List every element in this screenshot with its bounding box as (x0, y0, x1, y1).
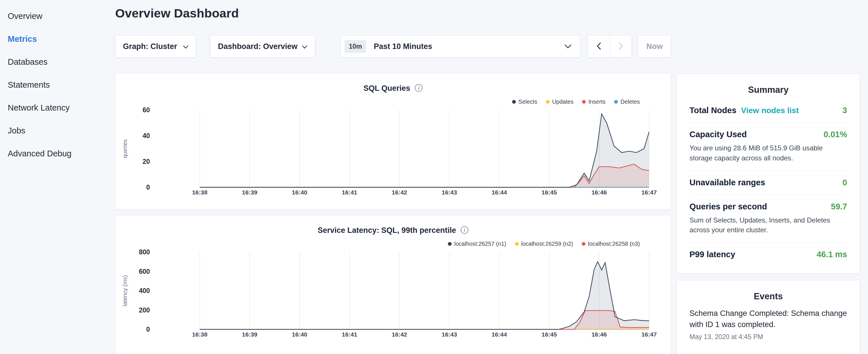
event-timestamp: May 13, 2020 at 4:45 PM (689, 333, 847, 341)
summary-row-left: Total NodesView nodes list (689, 106, 799, 115)
svg-text:16:39: 16:39 (242, 331, 257, 338)
page-title: Overview Dashboard (115, 6, 671, 20)
sidebar-item-jobs[interactable]: Jobs (8, 119, 106, 142)
summary-row: Total NodesView nodes list3 (689, 106, 847, 115)
app-root: OverviewMetricsDatabasesStatementsNetwor… (0, 0, 868, 354)
svg-text:16:43: 16:43 (442, 189, 457, 196)
legend-label: Selects (518, 99, 537, 105)
main-content: Overview Dashboard Graph: Cluster Dashbo… (115, 0, 671, 354)
chart-plot: 16:3816:3916:4016:4116:4216:4316:4416:45… (116, 106, 672, 204)
legend-dot (515, 242, 519, 246)
graph-dropdown-label: Graph: Cluster (123, 42, 177, 51)
legend-item-localhost-26257-n1[interactable]: localhost:26257 (n1) (448, 240, 506, 247)
summary-row: Queries per second59.7 (689, 202, 847, 212)
summary-value: 59.7 (831, 202, 847, 212)
legend-item-inserts[interactable]: Inserts (582, 99, 606, 105)
svg-text:queries: queries (122, 139, 128, 158)
time-step-buttons (587, 35, 632, 58)
summary-description: Sum of Selects, Updates, Inserts, and De… (689, 215, 847, 235)
sidebar-item-overview[interactable]: Overview (8, 5, 106, 28)
chart-sql-queries: SQL Queries i SelectsUpdatesInsertsDelet… (115, 73, 671, 210)
time-back-button[interactable] (588, 35, 610, 57)
time-forward-button[interactable] (610, 35, 631, 57)
svg-text:i: i (464, 227, 465, 233)
summary-row-left: Queries per second (689, 202, 767, 212)
svg-text:16:41: 16:41 (342, 331, 358, 338)
chart-title: Service Latency: SQL, 99th percentile (317, 226, 456, 235)
time-window-badge: 10m (344, 40, 366, 53)
view-nodes-link[interactable]: View nodes list (741, 106, 799, 115)
time-range-selector[interactable]: 10m Past 10 Minutes (340, 35, 580, 58)
legend-item-updates[interactable]: Updates (546, 99, 574, 105)
svg-text:16:44: 16:44 (492, 331, 507, 338)
svg-text:16:46: 16:46 (591, 331, 607, 338)
svg-text:16:45: 16:45 (541, 189, 557, 196)
legend-label: localhost:26259 (n2) (521, 240, 573, 247)
chart-service-latency: Service Latency: SQL, 99th percentile i … (115, 215, 671, 354)
summary-row-left: Capacity Used (689, 130, 747, 139)
chevron-left-icon (596, 42, 601, 51)
info-icon[interactable]: i (460, 226, 469, 235)
legend-item-selects[interactable]: Selects (512, 99, 537, 105)
summary-block-capacity-used: Capacity Used0.01%You are using 28.6 MiB… (689, 122, 847, 170)
event-item[interactable]: Schema Change Completed: Schema change w… (689, 305, 847, 341)
sidebar-item-statements[interactable]: Statements (8, 73, 106, 96)
summary-value: 3 (842, 106, 847, 115)
summary-row: P99 latency46.1 ms (689, 250, 847, 259)
summary-value: 46.1 ms (817, 250, 847, 259)
svg-text:16:43: 16:43 (442, 331, 457, 338)
svg-text:16:39: 16:39 (242, 189, 257, 196)
sidebar-item-network-latency[interactable]: Network Latency (8, 96, 106, 119)
svg-text:16:40: 16:40 (292, 331, 308, 338)
summary-row-left: Unavailable ranges (689, 178, 765, 187)
sidebar-item-advanced-debug[interactable]: Advanced Debug (8, 142, 106, 165)
chart-header: Service Latency: SQL, 99th percentile i (116, 226, 671, 235)
legend-item-localhost-26259-n2[interactable]: localhost:26259 (n2) (515, 240, 573, 247)
svg-text:i: i (418, 85, 419, 91)
legend-dot (512, 100, 516, 104)
legend-dot (582, 242, 585, 246)
svg-text:400: 400 (139, 287, 150, 294)
now-button[interactable]: Now (638, 35, 671, 58)
svg-text:16:38: 16:38 (192, 189, 208, 196)
summary-block-p99-latency: P99 latency46.1 ms (689, 242, 847, 266)
time-range-label: Past 10 Minutes (374, 42, 432, 51)
svg-text:16:40: 16:40 (292, 189, 308, 196)
svg-text:16:42: 16:42 (392, 331, 407, 338)
legend-dot (546, 100, 550, 104)
summary-block-queries-per-second: Queries per second59.7Sum of Selects, Up… (689, 194, 847, 243)
legend-label: localhost:26258 (n3) (588, 240, 640, 247)
svg-text:200: 200 (139, 307, 150, 314)
graph-dropdown[interactable]: Graph: Cluster (115, 35, 196, 58)
svg-text:0: 0 (146, 326, 150, 333)
dashboard-dropdown-label: Dashboard: Overview (218, 42, 298, 51)
summary-block-unavailable-ranges: Unavailable ranges0 (689, 170, 847, 194)
legend-item-localhost-26258-n3[interactable]: localhost:26258 (n3) (582, 240, 640, 247)
sidebar-item-metrics[interactable]: Metrics (8, 28, 106, 51)
sidebar-item-databases[interactable]: Databases (8, 51, 106, 73)
legend-label: localhost:26257 (n1) (454, 240, 506, 247)
chevron-down-icon (302, 42, 308, 51)
legend-dot (614, 100, 618, 104)
events-panel: Events Schema Change Completed: Schema c… (677, 280, 860, 354)
svg-text:16:41: 16:41 (342, 189, 358, 196)
svg-text:16:38: 16:38 (192, 331, 208, 338)
svg-text:latency (ms): latency (ms) (122, 275, 128, 307)
events-list: Schema Change Completed: Schema change w… (689, 305, 847, 341)
chart-legend: SelectsUpdatesInsertsDeletes (512, 99, 640, 105)
legend-label: Updates (552, 99, 574, 105)
event-text: Schema Change Completed: Schema change w… (689, 308, 847, 330)
svg-text:16:45: 16:45 (541, 331, 557, 338)
summary-panel: Summary Total NodesView nodes list3Capac… (677, 74, 860, 273)
legend-item-deletes[interactable]: Deletes (614, 99, 640, 105)
sidebar-nav: OverviewMetricsDatabasesStatementsNetwor… (0, 0, 106, 354)
info-icon[interactable]: i (414, 84, 423, 93)
svg-text:0: 0 (146, 184, 150, 191)
summary-label: P99 latency (689, 250, 735, 259)
svg-text:40: 40 (143, 132, 150, 139)
summary-block-total-nodes: Total NodesView nodes list3 (689, 99, 847, 122)
summary-description: You are using 28.6 MiB of 515.9 GiB usab… (689, 143, 847, 163)
dashboard-dropdown[interactable]: Dashboard: Overview (210, 35, 315, 58)
chevron-down-icon (183, 42, 189, 51)
svg-text:600: 600 (139, 268, 150, 275)
